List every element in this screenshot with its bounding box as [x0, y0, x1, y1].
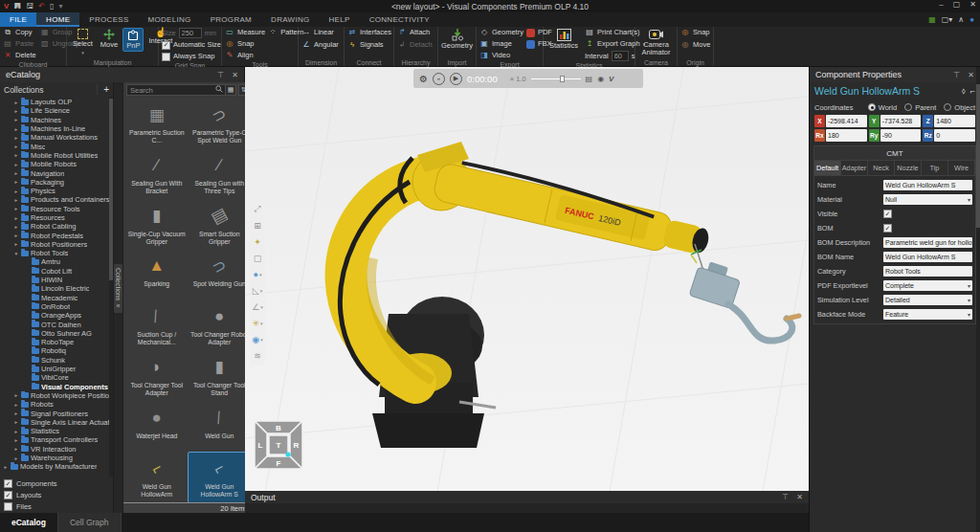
tree-item-onrobot[interactable]: OnRobot — [0, 302, 113, 311]
tree-item-robots[interactable]: ▸Robots — [0, 400, 113, 409]
tree-item-transport-controllers[interactable]: ▸Transport Controllers — [0, 435, 113, 444]
property-input-name[interactable]: Weld Gun HollowArm S — [883, 180, 972, 190]
tree-item-robot-cabling[interactable]: ▸Robot Cabling — [0, 222, 113, 231]
cube-face-right[interactable]: R — [294, 441, 300, 450]
catalog-item-tool-changer-tool-stand[interactable]: ▮Tool Changer Tool Stand — [189, 351, 252, 402]
tree-item-orangeapps[interactable]: OrangeApps — [0, 311, 113, 320]
expander-icon[interactable]: ▸ — [13, 446, 19, 452]
simulation-settings-icon[interactable]: ⚙ — [419, 74, 428, 84]
import-geometry-button[interactable]: Geometry — [438, 28, 476, 51]
statistics-button[interactable]: Statistics — [546, 28, 581, 51]
tree-item-physics[interactable]: ▸Physics — [0, 187, 113, 195]
tree-item-otc-daihen[interactable]: OTC Daihen — [0, 320, 113, 328]
expander-icon[interactable]: ▸ — [13, 241, 19, 247]
catalog-item-sparking[interactable]: ▲Sparking — [125, 250, 189, 300]
automatic-size-checkbox[interactable]: ✓Automatic Size — [162, 40, 218, 50]
save-icon[interactable]: 🖪 — [13, 0, 21, 12]
interfaces-button[interactable]: ⇄Interfaces — [347, 28, 390, 37]
account-avatar[interactable]: ● — [969, 13, 974, 26]
collections-collapsed-tab[interactable]: Collections « — [114, 264, 122, 313]
tree-item-vibicore[interactable]: VibiCore — [0, 373, 113, 382]
catalog-item-waterjet-head[interactable]: ●Waterjet Head — [125, 402, 189, 453]
viewport-3d[interactable]: FANUC 120iD ⚙ « ▶ 0:00:00 × 1.0 ▤ ◉ V ⤢⊞… — [245, 67, 809, 491]
coord-value-input[interactable]: -90 — [880, 129, 922, 142]
tree-item-visual-components[interactable]: Visual Components — [0, 383, 113, 391]
tree-item-packaging[interactable]: ▸Packaging — [0, 178, 113, 187]
coord-mode-object[interactable]: Object — [944, 103, 975, 112]
undo-icon[interactable]: ↶ — [38, 0, 45, 12]
grid-view-button[interactable]: ▦ — [225, 84, 236, 96]
view-cube[interactable]: B L T R F — [253, 419, 304, 471]
linear-dimension-button[interactable]: ↔Linear — [301, 28, 341, 37]
select-button[interactable]: Select▾ — [70, 28, 96, 57]
tab-help[interactable]: HELP — [320, 12, 360, 27]
expander-icon[interactable]: ▸ — [13, 392, 19, 398]
expander-icon[interactable]: ▸ — [13, 100, 19, 105]
add-collection-button[interactable]: + — [97, 84, 109, 95]
expander-icon[interactable]: ▸ — [13, 117, 19, 122]
catalog-item-tool-changer-robot-adapter[interactable]: ●Tool Changer Robot Adapter — [189, 300, 252, 351]
pnp-button[interactable]: PnP — [122, 28, 144, 52]
pin-icon[interactable]: ⊤ — [782, 493, 789, 501]
expander-icon[interactable]: ▸ — [13, 179, 19, 185]
origin-snap-button[interactable]: ◎Snap — [680, 28, 710, 37]
property-checkbox-visible[interactable]: ✓ — [883, 210, 892, 218]
expander-icon[interactable]: ▸ — [13, 455, 19, 461]
tab-drawing[interactable]: DRAWING — [261, 12, 319, 27]
expander-icon[interactable]: ▸ — [13, 402, 19, 408]
angular-dimension-button[interactable]: ∠Angular — [301, 40, 341, 50]
tree-item-warehousing[interactable]: ▸Warehousing — [0, 454, 113, 462]
close-icon[interactable]: ✕ — [232, 71, 238, 79]
tree-item-otto-suhner-ag[interactable]: Otto Suhner AG — [0, 329, 113, 338]
tree-item-signal-positioners[interactable]: ▸Signal Positioners — [0, 409, 113, 417]
window-layout-icon[interactable]: ▢▾ — [942, 13, 953, 26]
tree-item-machines-in-line[interactable]: ▸Machines In-Line — [0, 124, 113, 133]
coord-value-input[interactable]: 180 — [826, 129, 867, 142]
tree-item-layouts-olp[interactable]: ▸Layouts OLP — [0, 98, 113, 106]
signals-button[interactable]: ϟSignals — [347, 40, 390, 50]
property-dropdown-material[interactable]: Null▾ — [883, 194, 972, 205]
tree-item-products-and-containers[interactable]: ▸Products and Containers — [0, 195, 113, 204]
tree-item-mecademic[interactable]: Mecademic — [0, 294, 113, 302]
coord-value-input[interactable]: -7374.528 — [880, 115, 922, 127]
save-as-icon[interactable]: 🖫 — [26, 0, 33, 12]
catalog-item-suction-cup-mechanical[interactable]: ∕Suction Cup / Mechanical... — [125, 300, 189, 351]
cube-face-back[interactable]: B — [276, 424, 281, 432]
checkbox-icon[interactable]: ✓ — [4, 479, 12, 488]
checkbox-icon[interactable]: ✓ — [4, 491, 12, 499]
catalog-item-parametric-suction-c[interactable]: ▦Parametric Suction C... — [125, 99, 189, 149]
tree-item-machines[interactable]: ▸Machines — [0, 116, 113, 124]
property-tab-neck[interactable]: Neck — [868, 161, 895, 175]
tree-item-hiwin[interactable]: HIWIN — [0, 276, 113, 284]
camera-views-icon[interactable]: ●▾ — [254, 266, 262, 282]
cube-face-front[interactable]: F — [277, 459, 281, 468]
tree-item-manual-workstations[interactable]: ▸Manual Workstations — [0, 133, 113, 142]
restore-button[interactable]: ▢ — [953, 0, 961, 9]
measure-button[interactable]: ▭Measure — [225, 28, 265, 37]
coord-value-input[interactable]: 1480 — [934, 115, 975, 127]
catalog-item-weld-gun-hollowarm-s[interactable]: ⌐Weld Gun HollowArm S — [189, 453, 252, 502]
expander-icon[interactable]: ▸ — [13, 135, 19, 141]
tree-item-amtru[interactable]: Amtru — [0, 257, 113, 266]
grid-size-input[interactable] — [179, 28, 202, 38]
close-icon[interactable]: ✕ — [796, 493, 803, 501]
align-button[interactable]: ✎Align — [225, 51, 265, 60]
record-video-icon[interactable]: ◉ — [597, 75, 604, 83]
expander-icon[interactable]: ▾ — [13, 251, 19, 256]
reset-simulation-icon[interactable]: « — [433, 73, 445, 85]
cube-face-left[interactable]: L — [258, 441, 263, 450]
catalog-item-single-cup-vacuum-gripper[interactable]: ▮Single-Cup Vacuum Gripper — [125, 200, 189, 251]
move-mode-icon[interactable]: ◺▾ — [253, 282, 262, 299]
world-origin-icon[interactable]: ◉▾ — [252, 331, 262, 347]
always-snap-checkbox[interactable]: Always Snap — [162, 52, 218, 61]
property-input-bom-description[interactable]: Parametric weld gun for hollow arm wel — [883, 237, 972, 248]
tree-item-single-axis-linear-actuators[interactable]: ▸Single Axis Linear Actuators — [0, 418, 113, 427]
snap-button[interactable]: ◎Snap — [225, 39, 265, 49]
tab-connectivity[interactable]: CONNECTIVITY — [360, 12, 439, 27]
minimize-button[interactable]: – — [939, 0, 943, 9]
tree-item-navigation[interactable]: ▸Navigation — [0, 168, 113, 177]
property-tab-default[interactable]: Default — [814, 161, 841, 175]
filter-files[interactable]: Files — [4, 502, 109, 511]
delete-button[interactable]: ✕Delete — [3, 51, 36, 60]
tree-item-mobile-robots[interactable]: ▸Mobile Robots — [0, 160, 113, 168]
